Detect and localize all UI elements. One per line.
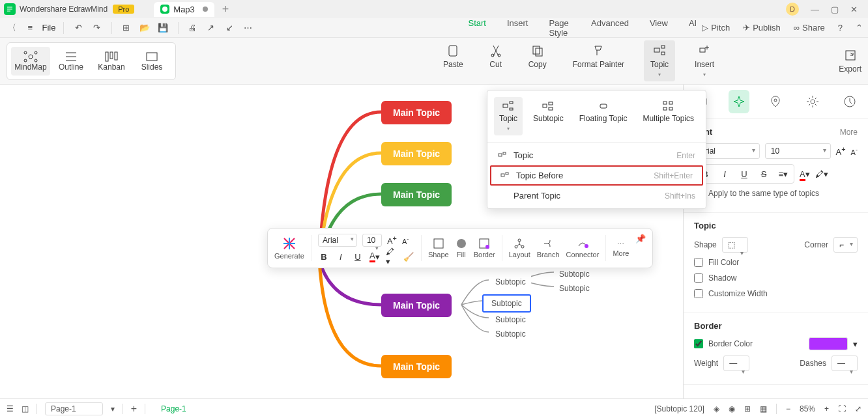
- new-icon[interactable]: ⊞: [120, 21, 133, 35]
- collapse-ribbon-icon[interactable]: ⌃: [856, 23, 863, 33]
- print-icon[interactable]: 🖨: [186, 21, 199, 35]
- dd-multiple-topics[interactable]: Multiple Topics: [638, 97, 699, 135]
- font-increase-icon[interactable]: A+: [836, 145, 846, 157]
- branch-button[interactable]: Branch: [537, 238, 560, 258]
- main-topic-1[interactable]: Main Topic: [381, 101, 452, 124]
- bold-icon[interactable]: B: [318, 251, 330, 262]
- add-page-button[interactable]: +: [131, 403, 137, 415]
- topic-button[interactable]: Topic▾: [644, 40, 675, 81]
- strike-button[interactable]: S: [755, 166, 773, 182]
- sp-tab-settings[interactable]: [802, 90, 824, 113]
- copy-button[interactable]: Copy: [522, 40, 553, 81]
- highlight-button[interactable]: 🖍▾: [815, 169, 828, 179]
- save-icon[interactable]: 💾: [156, 21, 169, 35]
- cut-button[interactable]: Cut: [483, 40, 509, 81]
- minimize-icon[interactable]: —: [811, 5, 819, 14]
- view-outline[interactable]: Outline: [51, 47, 91, 76]
- redo-icon[interactable]: ↷: [91, 21, 104, 35]
- file-menu[interactable]: File: [42, 23, 56, 33]
- chevron-down-icon[interactable]: ▾: [853, 339, 858, 349]
- dd-item-topic[interactable]: TopicEnter: [487, 145, 706, 165]
- undo-icon[interactable]: ↶: [72, 21, 85, 35]
- fill-color-checkbox[interactable]: [694, 258, 703, 267]
- zoom-out-button[interactable]: −: [786, 404, 790, 413]
- shape-button[interactable]: Shape: [428, 238, 449, 258]
- custom-width-checkbox[interactable]: [694, 289, 703, 298]
- chevron-down-icon[interactable]: ▾: [111, 404, 115, 413]
- dd-topic[interactable]: Topic▾: [494, 97, 523, 135]
- dd-item-parent-topic[interactable]: Parent TopicShift+Ins: [487, 186, 706, 206]
- more-quick-icon[interactable]: ⋯: [241, 21, 254, 35]
- export-quick-icon[interactable]: ↗: [205, 21, 218, 35]
- layout-button[interactable]: Layout: [509, 238, 530, 258]
- view-mindmap[interactable]: MindMap: [11, 47, 50, 76]
- font-color-icon[interactable]: A▾: [369, 251, 381, 262]
- generate-button[interactable]: Generate: [274, 236, 304, 260]
- border-color-swatch[interactable]: [809, 337, 848, 350]
- pin-icon[interactable]: 📌: [635, 234, 646, 244]
- share-button[interactable]: ∞Share: [794, 23, 825, 33]
- outline-toggle-icon[interactable]: ☰: [7, 404, 14, 413]
- dashes-select[interactable]: —: [832, 355, 858, 371]
- subtopic[interactable]: Subtopic: [490, 275, 531, 289]
- underline-icon[interactable]: U: [352, 251, 364, 262]
- corner-select[interactable]: ⌐: [833, 237, 858, 253]
- font-more[interactable]: More: [840, 128, 858, 137]
- sp-tab-history[interactable]: [839, 90, 860, 113]
- help-icon[interactable]: ?: [838, 23, 843, 33]
- subtopic[interactable]: Subtopic: [554, 281, 595, 296]
- shadow-checkbox[interactable]: [694, 273, 703, 283]
- subtopic[interactable]: Subtopic: [490, 327, 531, 341]
- sp-tab-map[interactable]: [765, 90, 787, 113]
- pitch-button[interactable]: ▷Pitch: [702, 23, 730, 33]
- italic-icon[interactable]: I: [335, 251, 347, 262]
- status-icon-1[interactable]: ◈: [714, 404, 719, 413]
- status-icon-4[interactable]: ▦: [760, 404, 767, 413]
- zoom-level[interactable]: 85%: [800, 404, 815, 413]
- weight-select[interactable]: —: [723, 355, 749, 371]
- clear-format-icon[interactable]: 🧹: [403, 251, 414, 262]
- size-select[interactable]: 10: [362, 234, 382, 247]
- open-icon[interactable]: 📂: [138, 21, 151, 35]
- border-button[interactable]: Border: [474, 238, 495, 258]
- dd-item-topic-before[interactable]: Topic BeforeShift+Enter: [490, 165, 703, 186]
- menu-icon[interactable]: ≡: [23, 21, 36, 35]
- subtopic[interactable]: Subtopic: [554, 267, 595, 281]
- import-icon[interactable]: ↙: [223, 21, 236, 35]
- view-kanban[interactable]: Kanban: [92, 47, 131, 76]
- page-tab[interactable]: Page-1: [153, 404, 194, 413]
- fit-screen-icon[interactable]: ⛶: [838, 404, 846, 413]
- export-button[interactable]: Export: [839, 49, 861, 74]
- sidebar-toggle-icon[interactable]: ◫: [22, 404, 29, 413]
- font-color-button[interactable]: A▾: [800, 169, 810, 179]
- fill-button[interactable]: Fill: [456, 238, 467, 258]
- paste-button[interactable]: Paste: [437, 40, 470, 81]
- font-decrease-icon[interactable]: A-: [402, 236, 409, 245]
- shape-select[interactable]: ⬚: [722, 237, 748, 253]
- main-topic-4[interactable]: Main Topic: [381, 294, 452, 317]
- underline-button[interactable]: U: [735, 166, 753, 182]
- subtopic[interactable]: Subtopic: [490, 313, 531, 327]
- page-selector[interactable]: Page-1: [45, 402, 103, 415]
- back-icon[interactable]: 〈: [5, 21, 18, 35]
- subtopic-selected[interactable]: Subtopic: [482, 294, 531, 313]
- add-tab-button[interactable]: +: [222, 3, 229, 16]
- document-tab[interactable]: Map3: [154, 2, 214, 17]
- dd-floating-topic[interactable]: Floating Topic: [574, 97, 633, 135]
- font-increase-icon[interactable]: A+: [387, 234, 397, 246]
- dd-subtopic[interactable]: Subtopic: [528, 97, 569, 135]
- publish-button[interactable]: ✈Publish: [743, 23, 781, 33]
- format-painter-button[interactable]: Format Painter: [566, 40, 631, 81]
- view-slides[interactable]: Slides: [132, 47, 171, 76]
- highlight-icon[interactable]: 🖍▾: [386, 251, 398, 262]
- close-icon[interactable]: ✕: [850, 5, 858, 14]
- zoom-in-button[interactable]: +: [824, 404, 829, 413]
- insert-button[interactable]: Insert▾: [688, 40, 721, 81]
- status-icon-3[interactable]: ⊞: [744, 404, 751, 413]
- main-topic-2[interactable]: Main Topic: [381, 142, 452, 165]
- font-size-select[interactable]: 10: [765, 143, 831, 159]
- close-tab-icon[interactable]: [203, 7, 208, 12]
- font-decrease-icon[interactable]: A-: [851, 146, 858, 156]
- status-icon-2[interactable]: ◉: [729, 404, 735, 413]
- main-topic-5[interactable]: Main Topic: [381, 355, 452, 378]
